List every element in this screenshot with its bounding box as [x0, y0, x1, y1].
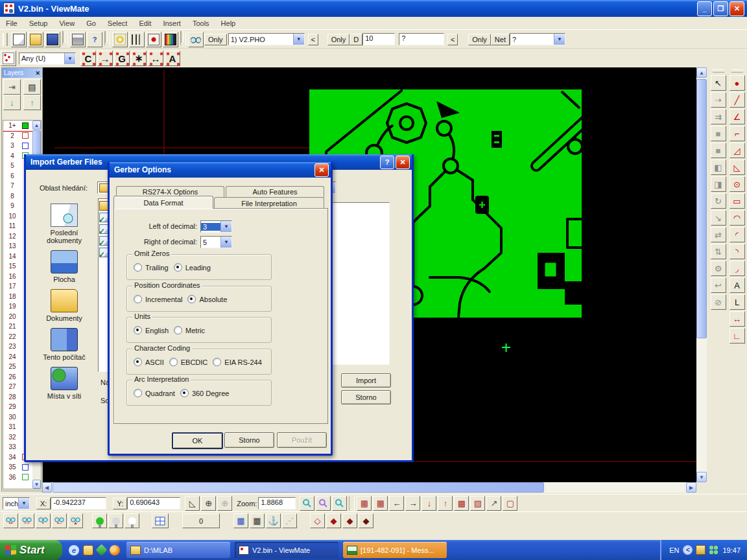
scroll-thumb[interactable]: [32, 130, 41, 155]
quadrant-window-icon[interactable]: ▦: [233, 513, 248, 528]
radio-option[interactable]: Incremental: [134, 295, 182, 303]
move-item-icon[interactable]: ⇢: [711, 92, 726, 108]
apply-button[interactable]: Použít: [277, 432, 327, 448]
canvas-vertical-scrollbar[interactable]: ▲ ▼: [696, 67, 707, 482]
messenger-tray-icon[interactable]: [696, 545, 706, 555]
collapse-tray-icon[interactable]: <: [683, 545, 693, 555]
documents-place[interactable]: Dokumenty: [34, 289, 94, 322]
unit-combo[interactable]: inch ▼: [3, 497, 30, 509]
taskbar-task-button[interactable]: V2.bin - ViewMate: [235, 542, 338, 558]
anchor-icon[interactable]: ⚓: [266, 513, 281, 528]
highlight-off-icon[interactable]: [108, 513, 123, 528]
save-icon[interactable]: [45, 32, 60, 47]
palette-grip[interactable]: [713, 69, 724, 73]
only-layer-toggle[interactable]: Only: [204, 34, 227, 45]
draw-point-icon[interactable]: ●: [729, 75, 745, 91]
aperture-swap-button[interactable]: ↔: [148, 51, 163, 66]
menu-item[interactable]: Setup: [23, 19, 54, 27]
chevron-down-icon[interactable]: ▼: [220, 221, 231, 232]
chevron-down-icon[interactable]: ▼: [293, 34, 304, 45]
draw-dimension-icon[interactable]: ↔: [729, 311, 745, 327]
draw-arc-cw-icon[interactable]: ◝: [729, 244, 745, 259]
scroll-up-icon[interactable]: ▲: [32, 121, 41, 130]
radio-option[interactable]: 360 Degree: [180, 389, 230, 397]
close-button[interactable]: ✕: [729, 1, 744, 16]
radio-option[interactable]: Trailing: [134, 263, 169, 272]
draw-rectangle-icon[interactable]: ▭: [729, 193, 745, 209]
transfer-icon[interactable]: ⇄: [711, 227, 726, 242]
zoom-in-icon[interactable]: [300, 496, 314, 511]
scroll-thumb[interactable]: [53, 482, 544, 493]
flash-outline-icon[interactable]: ◇: [310, 513, 325, 528]
previous-layer-button[interactable]: <: [308, 34, 318, 45]
aperture-c-button[interactable]: C: [80, 51, 96, 66]
taskbar-task-button[interactable]: [191-482-091] - Mess...: [343, 542, 447, 558]
cancel-button[interactable]: Storno: [224, 432, 274, 448]
flash-scaled-icon[interactable]: ◆: [342, 513, 357, 528]
grid-small-icon[interactable]: ▩: [454, 496, 469, 511]
app-quicklaunch-icon[interactable]: [95, 544, 107, 555]
mirror-vertical-icon[interactable]: ◨: [711, 176, 726, 192]
flash-dot-icon[interactable]: ◆: [359, 513, 374, 528]
draw-polyline-icon[interactable]: ∠: [729, 109, 745, 124]
minimize-button[interactable]: _: [697, 1, 712, 16]
draw-text-icon[interactable]: A: [729, 277, 745, 293]
language-indicator[interactable]: EN: [669, 546, 679, 554]
draw-label-icon[interactable]: L: [729, 294, 745, 310]
my-computer-place[interactable]: Tento počítač: [34, 328, 94, 361]
scroll-right-icon[interactable]: ▶: [686, 482, 696, 493]
select-region-icon[interactable]: ▢: [503, 496, 517, 511]
ie-quicklaunch-icon[interactable]: e: [69, 545, 79, 555]
zoom-value-input[interactable]: 1.8868: [258, 497, 296, 509]
close-icon[interactable]: ✕: [35, 70, 40, 76]
menu-item[interactable]: Tools: [187, 19, 215, 27]
scroll-up-icon[interactable]: ▲: [696, 67, 707, 78]
new-file-icon[interactable]: [11, 32, 27, 47]
radio-option[interactable]: Quadrant: [134, 389, 175, 397]
origin-target-icon[interactable]: [112, 32, 128, 47]
explorer-quicklaunch-icon[interactable]: [83, 545, 93, 555]
tab-auto-features[interactable]: Auto Features: [226, 186, 324, 197]
radio-option[interactable]: ASCII: [134, 358, 164, 366]
dcode-view-icon[interactable]: [146, 32, 161, 47]
draw-arc-chord-icon[interactable]: ◠: [729, 210, 745, 226]
radio-option[interactable]: Leading: [174, 263, 211, 272]
dcode-value-input[interactable]: 10: [362, 33, 395, 45]
layers-panel-header[interactable]: Layers ✕: [2, 68, 42, 78]
dialog-title-bar[interactable]: Gerber Options ✕: [110, 162, 331, 178]
scroll-down-icon[interactable]: ▼: [696, 472, 707, 482]
draw-arc-sweep-icon[interactable]: ◞: [729, 261, 745, 276]
aperture-a-button[interactable]: A: [165, 51, 180, 66]
scroll-thumb[interactable]: [696, 79, 707, 338]
pan-left-icon[interactable]: ←: [389, 496, 404, 511]
left-of-decimal-combo[interactable]: 3 ▼: [200, 220, 232, 233]
pan-up-icon[interactable]: ↑: [438, 496, 453, 511]
taskbar-task-button[interactable]: D:\MLAB: [126, 542, 230, 558]
highlight-on-icon[interactable]: [92, 513, 107, 528]
radio-option[interactable]: EBCDIC: [169, 358, 208, 366]
layer-color-swatch[interactable]: [22, 132, 29, 139]
radio-option[interactable]: Absolute: [187, 295, 227, 303]
view-lines-glasses-icon[interactable]: ==: [19, 513, 34, 528]
stretch-icon[interactable]: ↗: [486, 496, 501, 511]
layer-color-swatch[interactable]: [22, 464, 29, 471]
glasses-view-icon[interactable]: [188, 32, 204, 47]
scroll-left-icon[interactable]: ◀: [42, 482, 52, 493]
draw-line-icon[interactable]: ╱: [729, 92, 745, 108]
view-all-glasses-icon[interactable]: ••: [3, 513, 18, 528]
view-fill-glasses-icon[interactable]: ▴: [68, 513, 83, 528]
mirror-horizontal-icon[interactable]: ◧: [711, 159, 726, 175]
draw-bend-icon[interactable]: ∟: [729, 328, 745, 344]
canvas-horizontal-scrollbar[interactable]: ◀ ▶: [42, 482, 696, 493]
radio-option[interactable]: EIA RS-244: [213, 358, 261, 366]
layer-select-combo[interactable]: 1) V2.PHO ▼: [228, 33, 305, 45]
chevron-down-icon[interactable]: ▼: [220, 237, 231, 248]
layer-color-swatch[interactable]: [22, 143, 29, 149]
right-of-decimal-combo[interactable]: 5 ▼: [200, 236, 232, 248]
previous-net-button[interactable]: <: [447, 34, 458, 45]
chevron-down-icon[interactable]: ▼: [554, 34, 565, 45]
ok-button[interactable]: OK: [172, 432, 223, 449]
palette-grip[interactable]: [731, 69, 743, 73]
layer-color-swatch[interactable]: [22, 474, 29, 480]
layer-move-down-icon[interactable]: ↓: [3, 95, 21, 110]
